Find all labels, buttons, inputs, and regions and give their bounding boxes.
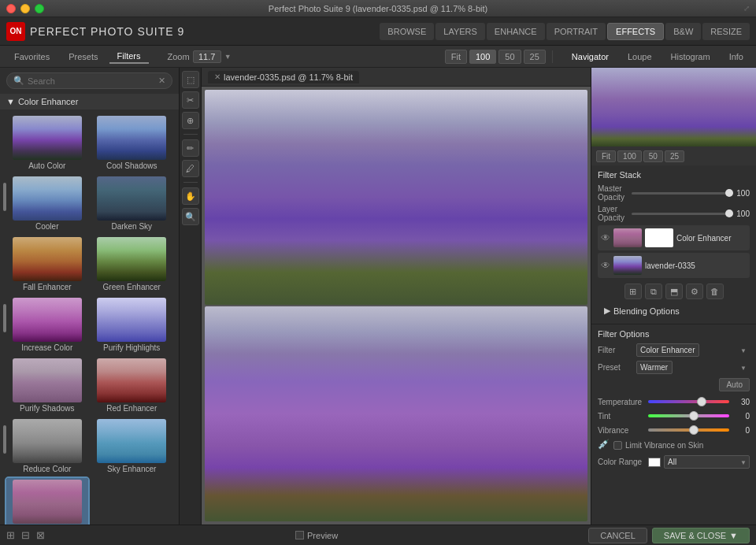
nav-portrait[interactable]: PORTRAIT bbox=[547, 23, 606, 40]
stack-thumb-base bbox=[613, 256, 642, 275]
preset-select-label: Preset bbox=[598, 363, 633, 372]
minimize-button[interactable] bbox=[20, 4, 30, 13]
nav-fit-button[interactable]: Fit bbox=[596, 150, 616, 162]
filter-auto-color[interactable]: Auto Color bbox=[6, 114, 88, 172]
zoom-50-button[interactable]: 50 bbox=[498, 50, 521, 64]
layer-opacity-value: 100 bbox=[736, 209, 750, 218]
canvas-image-top[interactable] bbox=[205, 90, 587, 305]
fit-button[interactable]: Fit bbox=[445, 50, 467, 64]
app-logo: ON PERFECT PHOTO SUITE 9 bbox=[6, 22, 184, 41]
search-clear-icon[interactable]: ✕ bbox=[158, 76, 165, 86]
nav-layers[interactable]: LAYERS bbox=[435, 23, 485, 40]
filter-label-cooler: Cooler bbox=[35, 222, 58, 231]
master-opacity-slider[interactable] bbox=[632, 192, 733, 195]
canvas-tab-item[interactable]: ✕ lavender-0335.psd @ 11.7% 8-bit bbox=[208, 71, 359, 83]
tab-filters[interactable]: Filters bbox=[109, 50, 149, 64]
save-dropdown-icon[interactable]: ▼ bbox=[729, 531, 738, 540]
tool-zoom[interactable]: 🔍 bbox=[182, 208, 199, 225]
tool-stamp[interactable]: 🖊 bbox=[182, 160, 199, 177]
limit-vibrance-checkbox[interactable] bbox=[613, 441, 622, 450]
layer-opacity-slider[interactable] bbox=[632, 213, 733, 215]
filter-green-enhancer[interactable]: Green Enhancer bbox=[91, 235, 173, 293]
filter-warmer[interactable]: Warmer bbox=[6, 478, 88, 525]
color-range-select[interactable]: All bbox=[664, 455, 750, 469]
preview-checkbox[interactable] bbox=[295, 531, 304, 539]
filter-stack-section: Filter Stack Master Opacity 100 Layer Op… bbox=[591, 165, 756, 324]
bottom-grid-small-icon[interactable]: ⊞ bbox=[6, 529, 15, 541]
preview-section: Preview bbox=[295, 531, 338, 540]
nav-bw[interactable]: B&W bbox=[665, 23, 701, 40]
zoom-25-button[interactable]: 25 bbox=[524, 50, 546, 64]
tab-histogram[interactable]: Histogram bbox=[665, 50, 717, 63]
vibrance-thumb[interactable] bbox=[689, 425, 699, 435]
tool-brush[interactable]: ✏ bbox=[182, 139, 199, 157]
filter-cool-shadows[interactable]: Cool Shadows bbox=[91, 114, 173, 172]
main-area: 🔍 ✕ ▼ Color Enhancer Auto Color Cool Sha… bbox=[0, 68, 756, 525]
filter-purify-highlights[interactable]: Purify Highlights bbox=[91, 296, 173, 354]
canvas-image-bottom[interactable] bbox=[205, 306, 587, 521]
filter-increase-color[interactable]: Increase Color bbox=[6, 296, 88, 354]
canvas-tab-close[interactable]: ✕ bbox=[214, 72, 220, 81]
stack-add-button[interactable]: ⊞ bbox=[624, 284, 642, 299]
filter-reduce-color[interactable]: Reduce Color bbox=[6, 417, 88, 475]
stack-eye-base[interactable]: 👁 bbox=[601, 260, 610, 271]
select-icon: ⬚ bbox=[187, 75, 195, 85]
tool-select[interactable]: ⬚ bbox=[182, 71, 199, 88]
nav-100-button[interactable]: 100 bbox=[617, 150, 642, 162]
stack-duplicate-button[interactable]: ⧉ bbox=[645, 284, 662, 299]
filter-thumb-green-enhancer bbox=[97, 237, 166, 281]
filter-sky-enhancer[interactable]: Sky Enhancer bbox=[91, 417, 173, 475]
filter-cooler[interactable]: Cooler bbox=[6, 175, 88, 232]
tab-loupe[interactable]: Loupe bbox=[621, 50, 658, 63]
temperature-thumb[interactable] bbox=[697, 397, 706, 406]
topbar: ON PERFECT PHOTO SUITE 9 BROWSE LAYERS E… bbox=[0, 17, 756, 46]
image-top-placeholder bbox=[205, 90, 587, 305]
nav-effects[interactable]: EFFECTS bbox=[607, 23, 664, 40]
nav-resize[interactable]: RESIZE bbox=[702, 23, 750, 40]
preset-select[interactable]: Warmer bbox=[636, 361, 673, 374]
tab-navigator[interactable]: Navigator bbox=[565, 50, 615, 63]
search-input[interactable] bbox=[28, 76, 155, 86]
image-bottom-placeholder bbox=[205, 306, 587, 521]
stack-mask-button[interactable]: ⬒ bbox=[665, 284, 683, 299]
color-enhancer-header[interactable]: ▼ Color Enhancer bbox=[0, 94, 179, 109]
zoom-input[interactable] bbox=[193, 50, 221, 63]
canvas-area: ✕ lavender-0335.psd @ 11.7% 8-bit bbox=[202, 68, 591, 525]
tint-row: Tint 0 bbox=[598, 410, 750, 421]
bottom-layout-icon[interactable]: ⊠ bbox=[36, 529, 45, 541]
close-button[interactable] bbox=[6, 4, 16, 13]
filter-select[interactable]: Color Enhancer bbox=[636, 343, 699, 357]
bottom-grid-large-icon[interactable]: ⊟ bbox=[21, 529, 30, 541]
filter-label-purify-shadows: Purify Shadows bbox=[20, 404, 74, 413]
color-range-swatch[interactable] bbox=[648, 458, 661, 467]
nav-browse[interactable]: BROWSE bbox=[380, 23, 434, 40]
filter-purify-shadows[interactable]: Purify Shadows bbox=[6, 357, 88, 414]
maximize-button[interactable] bbox=[35, 4, 44, 13]
filter-sep-increase bbox=[3, 304, 6, 332]
nav-50-button[interactable]: 50 bbox=[643, 150, 663, 162]
tab-favorites[interactable]: Favorites bbox=[6, 50, 57, 64]
save-close-button[interactable]: SAVE & CLOSE ▼ bbox=[652, 528, 750, 543]
tool-transform[interactable]: ⊕ bbox=[182, 112, 199, 129]
filter-red-enhancer[interactable]: Red Enhancer bbox=[91, 357, 173, 414]
stack-settings-button[interactable]: ⚙ bbox=[686, 284, 703, 299]
tab-presets[interactable]: Presets bbox=[61, 50, 106, 64]
tool-hand[interactable]: ✋ bbox=[182, 187, 199, 205]
zoom-arrow[interactable]: ▼ bbox=[224, 53, 232, 61]
blending-options-header[interactable]: ▶ Blending Options bbox=[604, 306, 743, 316]
stack-item-color-enhancer: 👁 Color Enhancer bbox=[598, 225, 750, 250]
tint-thumb[interactable] bbox=[689, 411, 699, 421]
cancel-button[interactable]: CANCEL bbox=[588, 528, 647, 543]
tool-crop[interactable]: ✂ bbox=[182, 91, 199, 109]
stack-eye-color-enhancer[interactable]: 👁 bbox=[601, 232, 610, 243]
tab-info[interactable]: Info bbox=[723, 50, 750, 63]
nav-enhance[interactable]: ENHANCE bbox=[487, 23, 545, 40]
auto-button[interactable]: Auto bbox=[719, 378, 750, 391]
zoom-100-button[interactable]: 100 bbox=[469, 50, 496, 64]
stack-delete-button[interactable]: 🗑 bbox=[706, 284, 724, 299]
filter-darken-sky[interactable]: Darken Sky bbox=[91, 175, 173, 232]
eyedropper-icon[interactable]: 💉 bbox=[598, 439, 610, 451]
nav-25-button[interactable]: 25 bbox=[665, 150, 684, 162]
filter-fall-enhancer[interactable]: Fall Enhancer bbox=[6, 235, 88, 293]
filter-label-fall-enhancer: Fall Enhancer bbox=[23, 283, 72, 291]
